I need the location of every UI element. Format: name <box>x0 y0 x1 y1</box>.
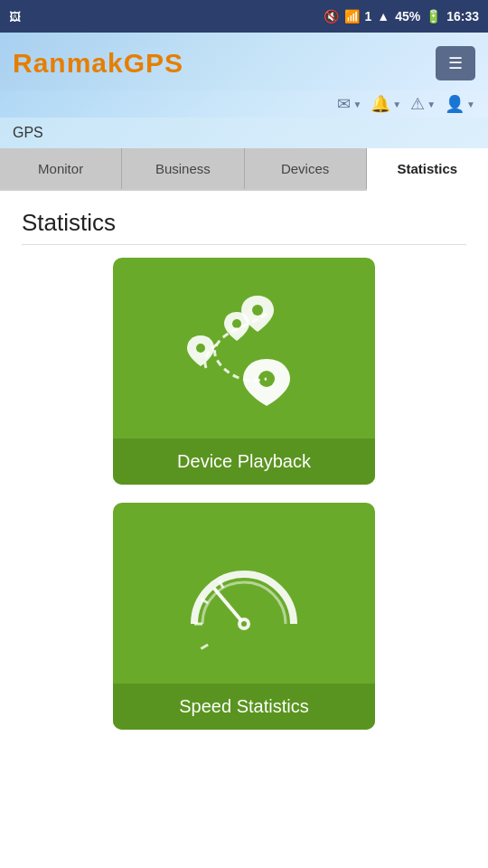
alert-caret: ▼ <box>427 99 436 109</box>
bell-button[interactable]: 🔔 ▼ <box>371 94 401 114</box>
nav-tabs: Monitor Business Devices Statistics <box>0 148 488 191</box>
photo-icon: 🖼 <box>9 10 21 24</box>
svg-line-13 <box>215 590 244 624</box>
main-content: Statistics <box>0 191 488 868</box>
brand-title: RanmakGPS <box>13 48 183 79</box>
route-icon <box>172 279 316 424</box>
device-playback-label: Device Playback <box>113 439 375 485</box>
mute-icon: 🔇 <box>324 9 339 24</box>
device-playback-card[interactable]: Device Playback <box>113 258 375 485</box>
status-bar: 🖼 🔇 📶 1 ▲ 45% 🔋 16:33 <box>0 0 488 33</box>
header: RanmakGPS ☰ <box>0 33 488 90</box>
bell-icon: 🔔 <box>371 94 390 114</box>
speed-stats-label: Speed Statistics <box>113 684 375 730</box>
svg-point-3 <box>196 344 205 353</box>
tab-statistics[interactable]: Statistics <box>367 148 488 191</box>
battery-icon: 🔋 <box>426 9 441 24</box>
page-title: Statistics <box>22 209 466 245</box>
svg-line-9 <box>201 645 208 649</box>
tab-business[interactable]: Business <box>122 148 244 189</box>
mail-button[interactable]: ✉ ▼ <box>337 94 361 114</box>
user-caret: ▼ <box>466 99 475 109</box>
status-right: 🔇 📶 1 ▲ 45% 🔋 16:33 <box>324 9 480 24</box>
svg-point-15 <box>241 621 247 627</box>
alert-button[interactable]: ⚠ ▼ <box>410 94 436 114</box>
tab-devices[interactable]: Devices <box>245 148 367 189</box>
menu-button[interactable]: ☰ <box>436 46 475 80</box>
sim-icon: 1 <box>365 9 372 24</box>
mail-caret: ▼ <box>352 99 361 109</box>
wifi-icon: 📶 <box>344 9 360 24</box>
user-button[interactable]: 👤 ▼ <box>445 94 475 114</box>
svg-point-1 <box>252 305 263 316</box>
battery-text: 45% <box>395 9 420 24</box>
header-icons-bar: ✉ ▼ 🔔 ▼ ⚠ ▼ 👤 ▼ <box>0 90 488 118</box>
svg-point-5 <box>232 319 241 328</box>
speed-stats-card[interactable]: Speed Statistics <box>113 503 375 730</box>
breadcrumb: GPS <box>0 118 488 148</box>
mail-icon: ✉ <box>337 94 351 114</box>
user-icon: 👤 <box>445 94 465 114</box>
tab-monitor[interactable]: Monitor <box>0 148 122 189</box>
breadcrumb-text: GPS <box>13 125 43 140</box>
bell-caret: ▼ <box>392 99 401 109</box>
signal-icon: ▲ <box>377 9 389 24</box>
speedometer-icon <box>181 542 307 651</box>
status-left: 🖼 <box>9 10 21 24</box>
device-playback-icon-area <box>113 258 375 439</box>
speed-stats-icon-area <box>113 503 375 684</box>
alert-icon: ⚠ <box>410 94 425 114</box>
time-display: 16:33 <box>446 9 479 24</box>
